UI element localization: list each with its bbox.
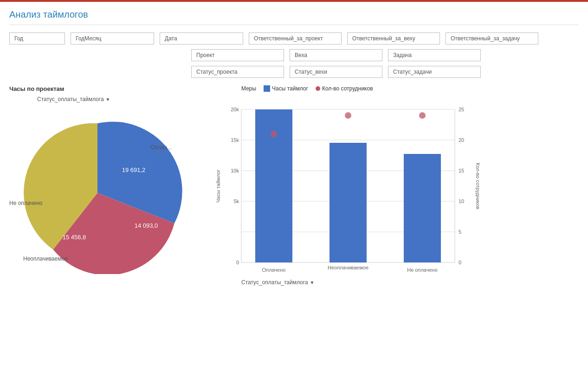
pie-label-blue-value: 19 691,2 (122, 166, 146, 173)
svg-text:20: 20 (459, 137, 464, 143)
right-panel: Меры Часы таймлог Кол-во сотрудников Час… (213, 85, 579, 286)
legend-employees-label: Кол-во сотрудников (322, 85, 373, 92)
filter-resp-milestone[interactable]: Ответственный_за_веху (347, 32, 440, 45)
svg-text:25: 25 (459, 107, 464, 112)
x-label-notpaid: Не оплачено (407, 267, 438, 273)
pie-label-notpaid: Не оплачено (9, 200, 42, 206)
filter-project[interactable]: Проект (191, 49, 284, 61)
filter-resp-project[interactable]: Ответственный_за_проект (249, 32, 342, 45)
legend-hours-item: Часы таймлог (264, 85, 308, 92)
bar-notpaid (404, 154, 441, 262)
svg-text:20k: 20k (231, 107, 239, 112)
pie-dropdown-arrow-icon: ▼ (106, 97, 110, 102)
pie-label-pink-value: 14 093,0 (135, 222, 158, 229)
pie-label-yellow-value: 15 456,8 (63, 234, 86, 241)
svg-text:10k: 10k (231, 168, 239, 173)
legend-hours-box (264, 85, 270, 92)
svg-text:0: 0 (236, 260, 239, 265)
filter-project-status[interactable]: Статус_проекта (191, 66, 284, 78)
page-title: Анализ таймлогов (9, 9, 579, 25)
pie-chart-title: Часы по проектам (9, 85, 204, 92)
svg-text:15: 15 (459, 168, 464, 173)
filter-date[interactable]: Дата (160, 32, 243, 45)
pie-label-paid: Оплач... (151, 144, 172, 151)
legend-employees-item: Кол-во сотрудников (316, 85, 373, 92)
y-axis-left-label: Часы таймлог (213, 96, 223, 276)
bar-chart-svg: 20k 15k 10k 5k 0 25 20 15 10 5 0 (223, 96, 473, 276)
bar-unpayable (330, 143, 367, 262)
filter-task[interactable]: Задача (388, 49, 481, 61)
filter-resp-task[interactable]: Ответственный_за_задачу (446, 32, 538, 45)
filter-milestone-status[interactable]: Статус_вехи (290, 66, 382, 78)
dot-unpayable (345, 112, 351, 119)
bar-dropdown-label: Статус_оплаты_таймлога (241, 279, 308, 286)
dot-paid (271, 131, 277, 137)
filter-row-2: Проект Веха Задача (9, 49, 579, 61)
left-panel: Часы по проектам Статус_оплаты_таймлога … (9, 85, 204, 286)
filter-yearmonth[interactable]: ГодМесяц (71, 32, 154, 45)
pie-label-unpaid: Неоплачиваемое (23, 255, 68, 262)
filters-section: Год ГодМесяц Дата Ответственный_за_проек… (9, 32, 579, 78)
dot-notpaid (419, 112, 426, 119)
legend-employees-dot (316, 86, 320, 91)
bar-dropdown-arrow-icon: ▼ (310, 280, 315, 285)
filter-year[interactable]: Год (9, 32, 65, 45)
svg-text:10: 10 (459, 198, 464, 204)
filter-row-3: Статус_проекта Статус_вехи Статус_задачи (9, 66, 579, 78)
svg-text:0: 0 (459, 260, 461, 265)
svg-text:5k: 5k (233, 198, 239, 204)
filter-task-status[interactable]: Статус_задачи (388, 66, 481, 78)
bar-legend: Меры Часы таймлог Кол-во сотрудников (241, 85, 579, 92)
legend-hours-label: Часы таймлог (272, 85, 308, 92)
svg-text:5: 5 (459, 229, 461, 235)
pie-dropdown-label: Статус_оплаты_таймлога (37, 96, 104, 102)
pie-chart: 19 691,2 14 093,0 15 456,8 Неоплачиваемо… (9, 107, 186, 274)
main-content: Часы по проектам Статус_оплаты_таймлога … (9, 85, 579, 286)
y-axis-right-label: Кол-во сотрудников (473, 96, 483, 276)
pie-svg: 19 691,2 14 093,0 15 456,8 (9, 107, 186, 274)
bar-bottom-dropdown[interactable]: Статус_оплаты_таймлога ▼ (241, 279, 579, 286)
filter-milestone[interactable]: Веха (290, 49, 382, 61)
pie-dropdown[interactable]: Статус_оплаты_таймлога ▼ (37, 96, 204, 102)
legend-measures-label: Меры (241, 85, 256, 92)
filter-row-1: Год ГодМесяц Дата Ответственный_за_проек… (9, 32, 579, 45)
bar-chart-wrapper: Часы таймлог 20k 15 (213, 96, 579, 276)
x-label-unpayable: Неоплачиваемое (328, 265, 368, 270)
x-label-paid: Оплачено (262, 267, 286, 273)
svg-text:15k: 15k (231, 137, 239, 143)
